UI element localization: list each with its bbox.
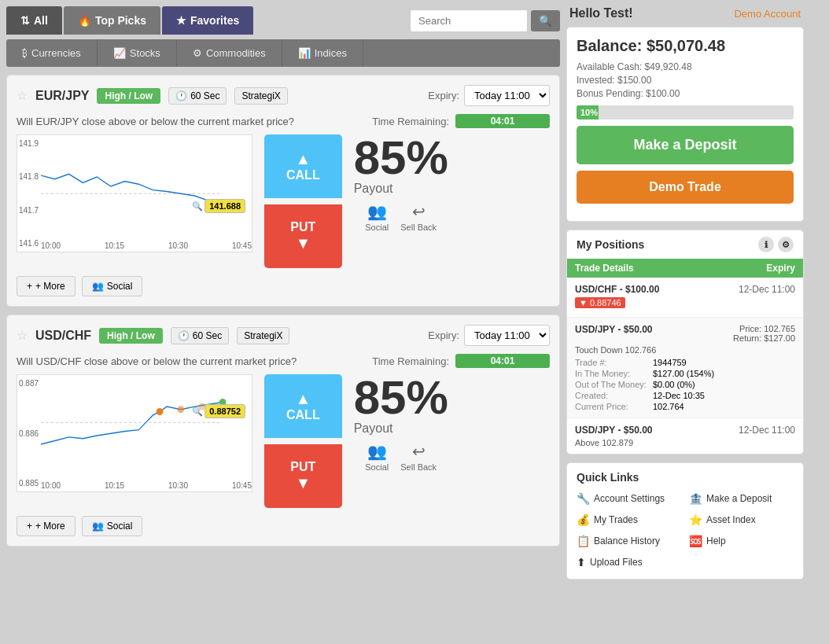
make-deposit-icon: 🏦 [689,492,702,505]
expiry-section-eurjpy: Expiry: Today 11:00 [428,85,550,106]
deposit-button[interactable]: Make a Deposit [577,126,794,164]
people-icon-eurjpy: 👥 [92,281,104,292]
card-body-usdchf: 0.887 0.886 0.885 🔍 0.88752 1 [17,374,550,508]
duration-badge-usdchf: 🕐 60 Sec [171,327,229,344]
time-bar-eurjpy: 04:01 [455,114,550,128]
current-price-eurjpy: 141.688 [204,199,245,213]
quicklink-my-trades[interactable]: 💰 My Trades [577,511,681,528]
chart-y-labels-eurjpy: 141.9 141.8 141.7 141.6 [19,135,39,252]
highlow-badge-eurjpy: High / Low [97,88,160,104]
payout-percent-eurjpy: 85% [354,134,448,182]
social-sellback-usdchf: 👥 Social ↩ Sell Back [354,442,448,472]
social-footer-button-eurjpy[interactable]: 👥 Social [82,276,143,296]
bonus-bar: 10% [577,105,599,120]
subnav-currencies[interactable]: ₿ Currencies [6,39,98,67]
strategy-badge-eurjpy: StrategiX [234,87,287,105]
gear-icon[interactable]: ⚙ [778,237,794,252]
call-button-usdchf[interactable]: ▲ CALL [264,374,342,438]
balance-box: Balance: $50,070.48 Available Cash: $49,… [566,27,804,222]
positions-header: My Positions ℹ ⚙ [567,230,803,259]
pos-above-usdjpy2: Above 102.879 [575,438,795,447]
payout-section-eurjpy: 85% Payout 👥 Social ↩ Sell Back [354,134,448,232]
subnav-commodities[interactable]: ⚙ Commodities [177,39,282,67]
buttons-payout-usdchf: ▲ CALL PUT ▼ 85% Payout 👥 Social [264,374,448,508]
time-remaining-label-eurjpy: Time Remaining: [372,116,449,127]
chart-x-labels-usdchf: 10:00 10:15 10:30 10:45 [41,481,252,490]
more-button-eurjpy[interactable]: + + More [17,276,76,296]
position-row-usdjpy1: USD/JPY - $50.00 Price: 102.765 Return: … [567,318,803,418]
trade-buttons-eurjpy: ▲ CALL PUT ▼ [264,134,342,268]
positions-title: My Positions [577,238,644,251]
search-input[interactable] [410,9,528,32]
quicklink-help[interactable]: 🆘 Help [689,532,794,550]
left-panel: ⇅ All 🔥 Top Picks ★ Favorites 🔍 ₿ Curren… [0,0,566,586]
expiry-section-usdchf: Expiry: Today 11:00 [428,325,550,346]
card-header-usdchf: ☆ USD/CHF High / Low 🕐 60 Sec StrategiX … [17,325,550,346]
chart-eurjpy: 141.9 141.8 141.7 141.6 [17,134,252,252]
sellback-item-eurjpy[interactable]: ↩ Sell Back [400,202,437,232]
quicklink-upload-files[interactable]: ⬆ Upload Files [577,554,681,571]
time-remaining-usdchf: Time Remaining: 04:01 [372,354,550,368]
balance-history-icon: 📋 [577,535,590,547]
plus-icon-usdchf: + [27,521,32,532]
favorite-star-eurjpy[interactable]: ☆ [17,88,28,103]
card-header-eurjpy: ☆ EUR/JPY High / Low 🕐 60 Sec StrategiX … [17,85,550,106]
more-button-usdchf[interactable]: + + More [17,516,76,536]
available-cash: Available Cash: $49,920.48 [577,61,794,72]
expiry-select-usdchf[interactable]: Today 11:00 [464,325,550,346]
time-remaining-label-usdchf: Time Remaining: [372,355,449,367]
info-icon[interactable]: ℹ [758,237,774,252]
chart-usdchf: 0.887 0.886 0.885 🔍 0.88752 1 [17,374,252,492]
pos-asset-usdjpy2: USD/JPY - $50.00 [575,425,653,436]
put-button-eurjpy[interactable]: PUT ▼ [264,204,342,268]
social-footer-button-usdchf[interactable]: 👥 Social [82,516,143,536]
sellback-icon-usdchf: ↩ [412,442,426,461]
magnifier-icon-usdchf: 🔍 [192,407,203,417]
quicklink-account-settings[interactable]: 🔧 Account Settings [577,490,681,507]
quicklink-balance-history[interactable]: 📋 Balance History [577,532,681,550]
quicklink-make-deposit[interactable]: 🏦 Make a Deposit [689,490,794,507]
commodities-icon: ⚙ [193,47,202,59]
subnav-stocks[interactable]: 📈 Stocks [98,39,177,67]
social-item-usdchf[interactable]: 👥 Social [365,442,389,472]
bonus-bar-wrap: 10% [577,105,794,120]
plus-icon-eurjpy: + [27,281,32,292]
subnav-indices[interactable]: 📊 Indices [282,39,363,67]
quicklinks-grid: 🔧 Account Settings 🏦 Make a Deposit 💰 My… [577,490,794,571]
quicklink-asset-index[interactable]: ⭐ Asset Index [689,511,794,528]
price-indicator-eurjpy: 🔍 141.688 [192,199,245,213]
svg-point-3 [157,408,164,415]
demo-account-link[interactable]: Demo Account [734,8,801,20]
search-button[interactable]: 🔍 [531,10,560,31]
pos-tag-usdchf: ▼ 0.88746 [575,297,625,308]
svg-point-4 [177,406,184,413]
pos-expiry-usdchf: 12-Dec 11:00 [739,284,795,295]
upload-files-icon: ⬆ [577,556,586,569]
demo-trade-button[interactable]: Demo Trade [577,171,794,204]
expiry-select-eurjpy[interactable]: Today 11:00 [464,85,550,106]
duration-badge-eurjpy: 🕐 60 Sec [168,87,227,105]
tab-all[interactable]: ⇅ All [6,6,62,35]
social-item-eurjpy[interactable]: 👥 Social [365,202,389,232]
highlow-badge-usdchf: High / Low [99,328,163,344]
social-icon-eurjpy: 👥 [367,202,387,221]
pos-price-usdjpy1: Price: 102.765 [733,324,795,333]
trade-card-usdchf: ☆ USD/CHF High / Low 🕐 60 Sec StrategiX … [6,315,560,546]
expiry-label-usdchf: Expiry: [428,329,459,341]
quicklinks-box: Quick Links 🔧 Account Settings 🏦 Make a … [566,462,804,580]
favorite-star-usdchf[interactable]: ☆ [17,328,28,343]
clock-icon-eurjpy: 🕐 [175,90,187,101]
put-button-usdchf[interactable]: PUT ▼ [264,444,342,508]
tab-favorites[interactable]: ★ Favorites [162,6,253,35]
price-indicator-usdchf: 🔍 0.88752 [192,404,245,418]
pos-return-usdjpy1: Return: $127.00 [733,333,795,343]
position-row-usdjpy2: USD/JPY - $50.00 12-Dec 11:00 Above 102.… [567,418,803,454]
col-expiry: Expiry [766,263,795,274]
chart-y-labels-usdchf: 0.887 0.886 0.885 [19,375,39,491]
help-icon: 🆘 [689,535,702,547]
call-button-eurjpy[interactable]: ▲ CALL [264,134,342,198]
usdchf-chart-svg [41,379,230,473]
tab-top-picks[interactable]: 🔥 Top Picks [64,6,160,35]
sellback-item-usdchf[interactable]: ↩ Sell Back [400,442,437,472]
card-footer-eurjpy: + + More 👥 Social [17,276,550,296]
